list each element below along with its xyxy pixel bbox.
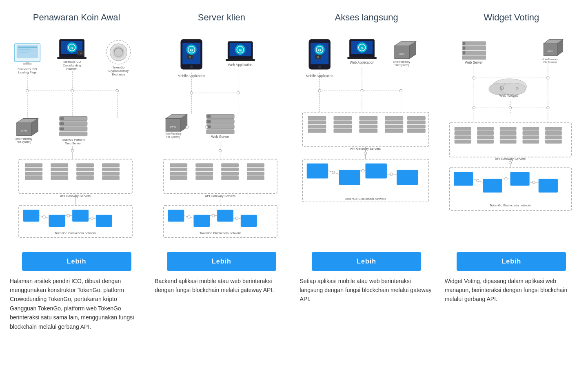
svg-rect-193	[359, 125, 377, 128]
svg-rect-252	[455, 131, 471, 135]
col2-description: Backend aplikasi mobile atau web berinte…	[153, 277, 290, 295]
svg-rect-131	[222, 164, 239, 167]
svg-rect-127	[196, 164, 213, 167]
svg-text:⚙: ⚙	[515, 86, 519, 91]
svg-rect-2	[18, 46, 37, 48]
svg-rect-275	[454, 172, 473, 186]
svg-rect-56	[51, 164, 68, 167]
svg-rect-169	[394, 46, 409, 58]
col1-svg: Founder's ICO Landing Page G ⚙	[10, 35, 143, 241]
svg-text:TokenGo Blockchain network: TokenGo Blockchain network	[344, 197, 386, 201]
svg-rect-222	[462, 51, 486, 55]
col4-lebih-button[interactable]: Lebih	[457, 252, 566, 271]
column-ico: Penawaran Koin Awal Founder's	[8, 12, 145, 331]
svg-rect-276	[483, 179, 502, 193]
svg-rect-190	[333, 129, 351, 133]
svg-rect-226	[544, 44, 557, 55]
svg-point-76	[43, 216, 45, 218]
svg-rect-187	[333, 116, 351, 120]
svg-rect-260	[500, 131, 516, 135]
svg-text:File System): File System)	[544, 61, 557, 63]
svg-rect-134	[222, 176, 239, 179]
svg-rect-126	[170, 176, 187, 179]
col1-lebih-button[interactable]: Lebih	[22, 252, 131, 271]
svg-rect-57	[51, 168, 68, 171]
svg-text:IPFS: IPFS	[547, 50, 552, 53]
svg-rect-136	[247, 168, 264, 171]
svg-text:Web Server: Web Server	[65, 142, 81, 145]
svg-point-216	[390, 173, 393, 175]
col1-diagram: Founder's ICO Landing Page G ⚙	[8, 31, 145, 245]
svg-rect-123	[170, 164, 187, 167]
column-server-klien: Server klien G ⚙ Mobile Application	[153, 12, 290, 331]
col4-diagram: Web Server IPFS (InterPlanetary File Sys…	[443, 31, 580, 245]
col4-description: Widget Voting, dipasang dalam aplikasi w…	[443, 277, 580, 304]
col4-title: Widget Voting	[484, 12, 539, 23]
col4-svg: Web Server IPFS (InterPlanetary File Sys…	[445, 35, 578, 241]
svg-rect-52	[25, 164, 42, 167]
svg-point-151	[235, 217, 238, 219]
svg-point-234	[473, 77, 475, 79]
svg-rect-112	[207, 120, 211, 123]
svg-point-118	[186, 126, 189, 128]
svg-rect-184	[308, 121, 326, 124]
svg-rect-135	[247, 164, 264, 167]
svg-rect-115	[206, 130, 234, 134]
svg-rect-43	[60, 122, 64, 125]
svg-rect-262	[500, 140, 516, 143]
svg-rect-270	[545, 140, 561, 143]
svg-rect-74	[96, 215, 112, 227]
svg-rect-5	[18, 52, 29, 53]
svg-point-50	[71, 149, 73, 152]
svg-rect-61	[77, 168, 94, 171]
svg-point-147	[188, 216, 190, 218]
svg-rect-167	[347, 57, 376, 59]
svg-point-149	[212, 215, 215, 217]
svg-rect-209	[365, 164, 386, 179]
col3-description: Setiap aplikasi mobile atau web berinter…	[298, 277, 435, 304]
svg-rect-46	[60, 132, 87, 136]
svg-text:File System): File System)	[166, 135, 180, 139]
main-columns: Penawaran Koin Awal Founder's	[8, 12, 580, 331]
svg-text:Web Application: Web Application	[350, 60, 374, 64]
svg-rect-186	[308, 129, 326, 133]
svg-rect-124	[170, 168, 187, 171]
svg-text:Exchange: Exchange	[112, 73, 125, 76]
svg-rect-4	[18, 51, 34, 51]
svg-text:G: G	[360, 46, 363, 50]
svg-text:TokenGo Blockchain network: TokenGo Blockchain network	[490, 204, 531, 207]
col2-svg: G ⚙ Mobile Application G Web Application	[155, 35, 288, 241]
svg-rect-257	[477, 136, 493, 139]
svg-text:G: G	[70, 46, 73, 50]
svg-rect-133	[222, 172, 239, 175]
svg-text:(InterPlanetary: (InterPlanetary	[542, 58, 558, 60]
column-widget-voting: Widget Voting Web Server	[443, 12, 580, 331]
svg-text:⚙: ⚙	[317, 55, 319, 59]
svg-rect-198	[385, 129, 403, 133]
svg-point-280	[476, 179, 479, 182]
svg-rect-58	[51, 172, 68, 175]
svg-rect-130	[196, 176, 213, 179]
svg-point-119	[205, 126, 208, 128]
svg-rect-263	[523, 127, 539, 131]
svg-rect-145	[241, 215, 257, 227]
svg-rect-261	[500, 136, 516, 139]
svg-rect-110	[207, 115, 211, 117]
svg-point-101	[190, 91, 193, 94]
svg-text:⚙: ⚙	[499, 85, 504, 92]
svg-rect-259	[500, 127, 516, 131]
col2-lebih-button[interactable]: Lebih	[167, 252, 276, 271]
col1-title: Penawaran Koin Awal	[33, 12, 120, 23]
col3-lebih-button[interactable]: Lebih	[312, 252, 421, 271]
svg-text:Platform: Platform	[66, 67, 77, 71]
svg-rect-189	[333, 125, 351, 128]
svg-rect-53	[25, 168, 42, 171]
svg-rect-192	[359, 121, 377, 124]
svg-rect-255	[477, 127, 493, 131]
svg-rect-67	[102, 176, 120, 179]
svg-text:TokenGo Blockchain network: TokenGo Blockchain network	[55, 231, 96, 235]
svg-rect-96	[226, 59, 255, 61]
svg-point-102	[237, 91, 240, 94]
svg-rect-73	[72, 210, 89, 221]
svg-rect-55	[25, 176, 42, 179]
